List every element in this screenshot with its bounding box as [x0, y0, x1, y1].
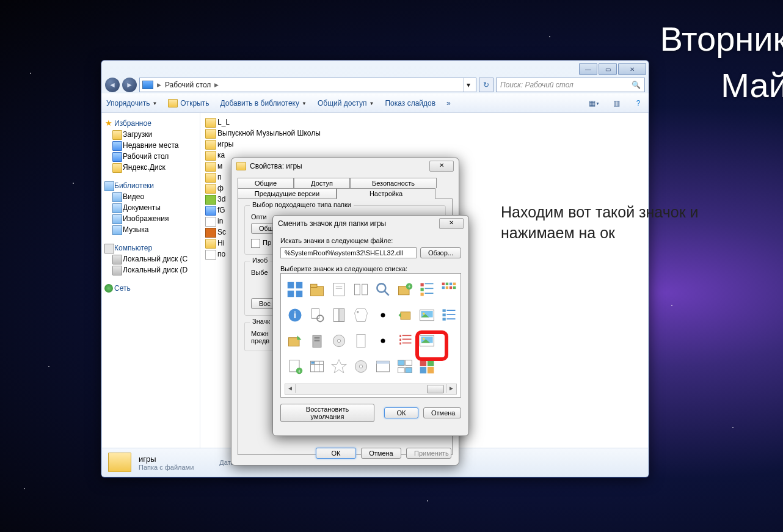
tab-security[interactable]: Безопасность	[350, 178, 437, 188]
icon-option[interactable]	[351, 354, 371, 379]
tab-customize[interactable]: Настройка	[337, 188, 435, 199]
list-item[interactable]: игры	[200, 139, 648, 150]
icon-option[interactable]	[373, 354, 393, 379]
icon-option[interactable]	[373, 329, 393, 353]
sidebar-item-disk-c[interactable]: Локальный диск (C	[102, 253, 200, 264]
restore-defaults-button[interactable]: Восстановить умолчания	[280, 404, 374, 422]
icon-option[interactable]	[417, 277, 437, 302]
list-item[interactable]: Sc	[200, 227, 648, 238]
slideshow-button[interactable]: Показ слайдов	[385, 99, 435, 107]
icon-option[interactable]	[307, 303, 327, 327]
icon-option[interactable]: +	[395, 277, 415, 302]
network-group[interactable]: Сеть	[102, 282, 200, 294]
nav-pane[interactable]: ★Избранное Загрузки Недавние места Рабоч…	[102, 113, 200, 448]
list-item[interactable]: L_L	[200, 117, 648, 128]
list-item[interactable]: по	[200, 249, 648, 260]
close-button[interactable]: ✕	[618, 63, 646, 75]
sidebar-item-yandex[interactable]: Яндекс.Диск	[102, 162, 200, 173]
icon-option[interactable]	[395, 329, 415, 353]
refresh-button[interactable]: ↻	[479, 78, 493, 92]
tab-sharing[interactable]: Доступ	[294, 178, 350, 188]
icon-option[interactable]	[417, 354, 437, 379]
icon-option[interactable]	[285, 329, 305, 353]
breadcrumb-sep-2[interactable]: ▶	[214, 82, 219, 88]
list-item[interactable]: м	[200, 161, 648, 172]
icon-option[interactable]	[373, 277, 393, 302]
apply-button[interactable]: Применить	[406, 448, 451, 459]
folder-type-dropdown[interactable]: Общи	[251, 223, 279, 234]
search-box[interactable]: Поиск: Рабочий стол 🔍	[496, 78, 645, 92]
minimize-button[interactable]: —	[579, 63, 597, 75]
icon-option[interactable]	[307, 354, 327, 379]
list-item[interactable]: Выпускной Музыльной Школы	[200, 128, 648, 139]
icon-option[interactable]	[329, 277, 349, 302]
sidebar-item-downloads[interactable]: Загрузки	[102, 129, 200, 140]
restore-default-button[interactable]: Вос	[251, 298, 279, 309]
toolbar-overflow[interactable]: »	[446, 99, 451, 107]
properties-titlebar[interactable]: Свойства: игры ✕	[231, 158, 459, 174]
open-button[interactable]: Открыть	[168, 99, 209, 107]
computer-group[interactable]: Компьютер	[102, 241, 200, 253]
sidebar-item-desktop[interactable]: Рабочий стол	[102, 151, 200, 162]
sidebar-item-recent[interactable]: Недавние места	[102, 140, 200, 151]
view-button[interactable]: ▦▼	[589, 98, 600, 109]
icon-option[interactable]	[439, 277, 459, 302]
breadcrumb-sep[interactable]: ▶	[157, 82, 161, 88]
share-button[interactable]: Общий доступ▼	[318, 99, 374, 107]
icon-option[interactable]	[351, 277, 371, 302]
maximize-button[interactable]: ▭	[599, 63, 617, 75]
close-button[interactable]: ✕	[429, 161, 454, 172]
icon-option[interactable]	[307, 277, 327, 302]
address-bar[interactable]: ▶ Рабочий стол ▶ ▾	[139, 78, 476, 92]
organize-button[interactable]: Упорядочить▼	[106, 99, 157, 107]
icon-option[interactable]	[351, 329, 371, 353]
icon-list[interactable]: + i	[280, 273, 461, 398]
icon-option[interactable]	[329, 354, 349, 379]
change-icon-titlebar[interactable]: Сменить значок для папки игры ✕	[273, 216, 468, 231]
icon-option[interactable]	[395, 354, 415, 379]
list-item[interactable]: Hi	[200, 238, 648, 249]
add-library-button[interactable]: Добавить в библиотеку▼	[220, 99, 306, 107]
browse-button[interactable]: Обзор...	[420, 247, 461, 258]
icon-option[interactable]	[329, 329, 349, 353]
close-button[interactable]: ✕	[439, 218, 464, 229]
explorer-titlebar[interactable]: — ▭ ✕	[101, 60, 649, 76]
file-list[interactable]: L_L Выпускной Музыльной Школы игры ка м …	[200, 113, 648, 448]
address-dropdown[interactable]: ▾	[463, 78, 473, 92]
cancel-button[interactable]: Отмена	[361, 448, 401, 459]
preview-pane-button[interactable]: ▥	[611, 98, 622, 109]
ok-button[interactable]: ОК	[316, 448, 356, 459]
icon-option[interactable]	[373, 303, 393, 327]
list-item[interactable]: ка	[200, 150, 648, 161]
icon-path-input[interactable]	[280, 247, 417, 258]
sidebar-item-pictures[interactable]: Изображения	[102, 213, 200, 224]
list-item[interactable]: п	[200, 172, 648, 183]
scroll-right[interactable]: ►	[446, 384, 456, 393]
cancel-button[interactable]: Отмена	[423, 407, 461, 418]
icon-option[interactable]	[285, 277, 305, 302]
sidebar-item-disk-d[interactable]: Локальный диск (D	[102, 264, 200, 275]
icon-option[interactable]	[307, 329, 327, 353]
list-item[interactable]: fG	[200, 205, 648, 216]
sidebar-item-music[interactable]: Музыка	[102, 224, 200, 235]
back-button[interactable]: ◄	[105, 78, 120, 92]
icon-option[interactable]	[351, 303, 371, 327]
scroll-thumb[interactable]	[427, 385, 444, 393]
icon-option[interactable]: +	[285, 354, 305, 379]
icon-scrollbar[interactable]: ◄ ►	[285, 384, 457, 395]
libraries-group[interactable]: Библиотеки	[102, 179, 200, 191]
list-item[interactable]: in	[200, 216, 648, 227]
breadcrumb-desktop[interactable]: Рабочий стол	[165, 81, 211, 89]
icon-option[interactable]	[417, 303, 437, 327]
sidebar-item-documents[interactable]: Документы	[102, 202, 200, 213]
help-button[interactable]: ?	[633, 98, 644, 109]
ok-button[interactable]: ОК	[384, 407, 418, 418]
icon-option[interactable]	[439, 303, 459, 327]
sidebar-item-video[interactable]: Видео	[102, 191, 200, 202]
scroll-left[interactable]: ◄	[285, 384, 296, 393]
favorites-group[interactable]: ★Избранное	[102, 117, 200, 129]
icon-option[interactable]: i	[285, 303, 305, 327]
forward-button[interactable]: ►	[122, 78, 137, 92]
icon-option[interactable]	[395, 303, 415, 327]
icon-option[interactable]	[329, 303, 349, 327]
